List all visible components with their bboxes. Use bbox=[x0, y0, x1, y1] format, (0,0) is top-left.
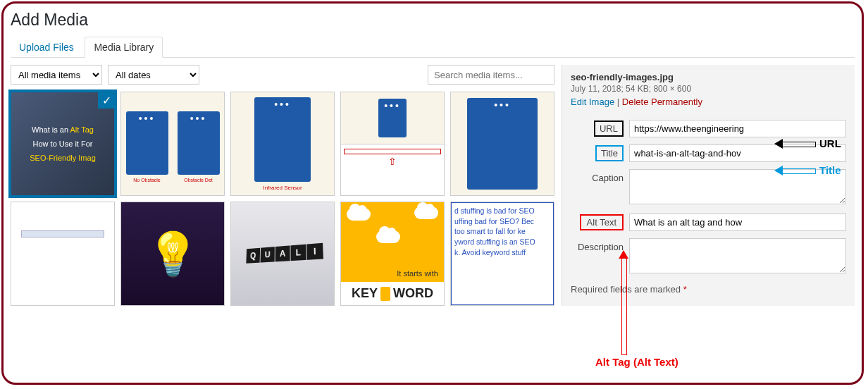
separator: | bbox=[617, 97, 622, 107]
label-alt-text: Alt Text bbox=[580, 214, 624, 230]
thumbnail-item[interactable]: 💡 bbox=[120, 202, 225, 306]
selected-check-icon: ✓ bbox=[98, 92, 115, 109]
thumb-preview bbox=[451, 92, 554, 195]
thumb-preview: It starts with KEYWORD bbox=[341, 202, 444, 305]
thumb-preview: Infrared Sensor bbox=[231, 92, 334, 195]
edit-image-link[interactable]: Edit Image bbox=[571, 97, 614, 107]
filter-media-type[interactable]: All media items bbox=[11, 65, 102, 85]
thumb-preview bbox=[11, 202, 114, 305]
search-input[interactable] bbox=[428, 65, 554, 85]
thumb-preview: 💡 bbox=[121, 202, 224, 305]
page-title: Add Media bbox=[11, 11, 855, 30]
thumb-preview: d stuffing is bad for SEO uffing bad for… bbox=[451, 202, 554, 305]
label-url: URL bbox=[594, 121, 624, 137]
thumbnail-grid: ✓ What is an Alt Tag How to Use it For S… bbox=[11, 92, 554, 306]
thumb-preview: ⇧ bbox=[341, 92, 444, 195]
media-tabs: Upload Files Media Library bbox=[11, 37, 855, 58]
url-field[interactable] bbox=[629, 120, 846, 137]
label-caption: Caption bbox=[571, 169, 624, 183]
media-browser: All media items All dates ✓ What is an A… bbox=[11, 65, 554, 306]
delete-permanently-link[interactable]: Delete Permanently bbox=[622, 97, 702, 107]
annotation-url: URL bbox=[774, 137, 841, 149]
label-title: Title bbox=[595, 145, 624, 161]
tab-media-library[interactable]: Media Library bbox=[85, 37, 163, 58]
thumbnail-item[interactable] bbox=[450, 92, 554, 196]
annotation-title: Title bbox=[774, 164, 841, 176]
thumbnail-item[interactable]: It starts with KEYWORD bbox=[340, 202, 445, 306]
thumbnail-item[interactable]: Infrared Sensor bbox=[230, 92, 335, 196]
description-field[interactable] bbox=[629, 238, 846, 273]
required-note: Required fields are marked * bbox=[571, 284, 846, 295]
thumbnail-item[interactable]: Q U A L I bbox=[230, 202, 335, 306]
filter-dates[interactable]: All dates bbox=[108, 65, 199, 85]
alt-text-field[interactable] bbox=[629, 214, 846, 231]
thumb-preview: Q U A L I bbox=[231, 202, 334, 305]
attachment-meta: July 11, 2018; 54 KB; 800 × 600 bbox=[571, 84, 846, 94]
arrow-left-icon bbox=[774, 139, 815, 149]
thumbnail-item[interactable]: ✓ What is an Alt Tag How to Use it For S… bbox=[11, 92, 115, 196]
thumb-preview: No Obstacle Obstacle Det bbox=[121, 92, 224, 195]
arrow-left-icon bbox=[774, 166, 815, 175]
thumbnail-item[interactable]: No Obstacle Obstacle Det bbox=[120, 92, 225, 196]
thumbnail-item[interactable] bbox=[11, 202, 115, 306]
attachment-details: seo-friendly-images.jpg July 11, 2018; 5… bbox=[562, 65, 855, 306]
arrow-up-icon bbox=[619, 250, 628, 354]
filter-bar: All media items All dates bbox=[11, 65, 554, 85]
attachment-filename: seo-friendly-images.jpg bbox=[571, 72, 846, 82]
label-description: Description bbox=[571, 238, 624, 252]
thumbnail-item[interactable]: d stuffing is bad for SEO uffing bad for… bbox=[450, 202, 554, 306]
annotation-alt-text: Alt Tag (Alt Text) bbox=[595, 356, 678, 368]
thumbnail-item[interactable]: ⇧ bbox=[340, 92, 445, 196]
wp-media-modal-frame: Add Media Upload Files Media Library All… bbox=[1, 1, 864, 385]
tab-upload-files[interactable]: Upload Files bbox=[11, 37, 82, 57]
